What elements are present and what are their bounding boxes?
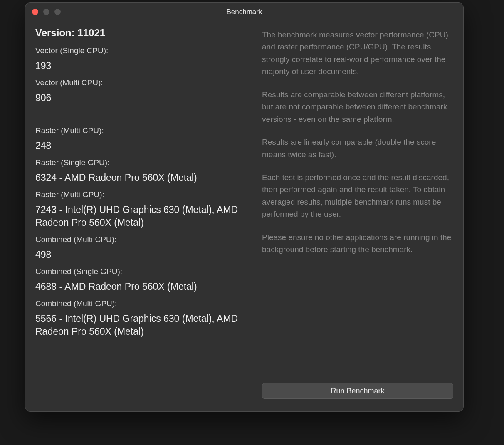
description-p5: Please ensure no other applications are … — [262, 231, 453, 256]
maximize-icon[interactable] — [54, 9, 61, 15]
combined-multi-cpu-label: Combined (Multi CPU): — [35, 235, 254, 244]
description-p1: The benchmark measures vector performanc… — [262, 29, 453, 78]
run-benchmark-button[interactable]: Run Benchmark — [262, 383, 453, 399]
vector-single-cpu-value: 193 — [35, 59, 254, 72]
description-column: The benchmark measures vector performanc… — [262, 25, 453, 401]
description-p3: Results are linearly comparable (double … — [262, 136, 453, 161]
raster-multi-gpu-label: Raster (Multi GPU): — [35, 190, 254, 199]
description-p4: Each test is performed once and the resu… — [262, 171, 453, 220]
traffic-lights — [32, 9, 61, 15]
combined-multi-gpu-label: Combined (Multi GPU): — [35, 299, 254, 308]
window-title: Benchmark — [25, 8, 463, 16]
close-icon[interactable] — [32, 9, 38, 15]
description-p2: Results are comparable between different… — [262, 89, 453, 125]
description-text: The benchmark measures vector performanc… — [262, 29, 453, 267]
raster-multi-cpu-value: 248 — [35, 139, 254, 152]
benchmark-window: Benchmark Version: 11021 Vector (Single … — [25, 2, 464, 412]
vector-multi-cpu-label: Vector (Multi CPU): — [35, 78, 254, 87]
raster-single-gpu-value: 6324 - AMD Radeon Pro 560X (Metal) — [35, 171, 254, 184]
version-label: Version: 11021 — [35, 27, 254, 39]
vector-single-cpu-label: Vector (Single CPU): — [35, 46, 254, 55]
raster-multi-cpu-label: Raster (Multi CPU): — [35, 126, 254, 135]
titlebar[interactable]: Benchmark — [25, 3, 463, 21]
minimize-icon[interactable] — [43, 9, 49, 15]
content-area: Version: 11021 Vector (Single CPU): 193 … — [25, 21, 463, 411]
combined-single-gpu-label: Combined (Single GPU): — [35, 267, 254, 276]
vector-multi-cpu-value: 906 — [35, 91, 254, 104]
results-column: Version: 11021 Vector (Single CPU): 193 … — [35, 25, 262, 401]
combined-multi-gpu-value: 5566 - Intel(R) UHD Graphics 630 (Metal)… — [35, 312, 254, 338]
combined-single-gpu-value: 4688 - AMD Radeon Pro 560X (Metal) — [35, 280, 254, 293]
section-gap — [35, 109, 254, 120]
combined-multi-cpu-value: 498 — [35, 248, 254, 261]
raster-multi-gpu-value: 7243 - Intel(R) UHD Graphics 630 (Metal)… — [35, 203, 254, 229]
raster-single-gpu-label: Raster (Single GPU): — [35, 158, 254, 167]
